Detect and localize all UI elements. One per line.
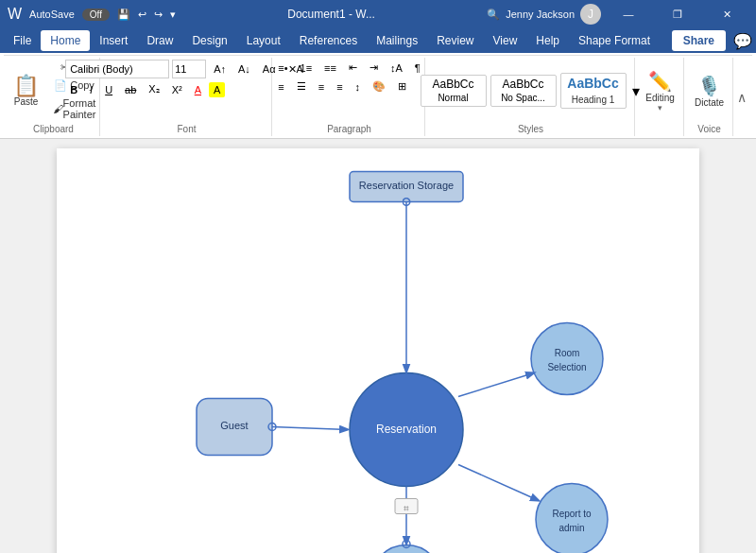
styles-content: AaBbCcNormal AaBbCcNo Spac... AaBbCcHead… [421,60,642,122]
save-icon[interactable]: 💾 [117,9,130,21]
minimize-button[interactable]: — [607,0,650,28]
menu-insert[interactable]: Insert [90,30,137,51]
numbering-button[interactable]: 1≡ [296,60,318,76]
guest-reservation-arrow [272,427,348,430]
room-selection-label2: Selection [547,362,586,372]
doc-title: Document1 - W... [287,8,375,21]
user-name: Jenny Jackson [506,9,575,20]
paste-button[interactable]: 📋 Paste [8,72,45,111]
diagram-svg: Reservation Storage Guest Reservation Ro… [57,148,699,553]
align-left-button[interactable]: ≡ [273,79,288,95]
autosave-toggle[interactable]: Off [82,9,110,21]
font-content: A↑ A↓ Aα ✕A B I U ab X₂ X² A A [65,60,308,122]
styles-group: AaBbCcNormal AaBbCcNo Spac... AaBbCcHead… [427,58,635,136]
share-button[interactable]: Share [672,30,726,51]
room-selection-shape[interactable] [531,323,603,395]
paste-icon: 📋 [13,76,39,96]
inquiry-shape[interactable] [370,545,442,554]
style-normal[interactable]: AaBbCcNormal [421,75,487,107]
menu-home[interactable]: Home [41,30,90,51]
menu-design[interactable]: Design [182,30,236,51]
font-label: Font [177,122,196,134]
reservation-storage-label: Reservation Storage [359,180,454,191]
comments-icon[interactable]: 💬 [733,32,752,50]
font-family-row: A↑ A↓ Aα ✕A [65,60,308,78]
menu-view[interactable]: View [484,30,527,51]
search-icon[interactable]: 🔍 [487,9,500,21]
underline-button[interactable]: U [100,82,117,97]
paragraph-content: ≡• 1≡ ≡≡ ⇤ ⇥ ↕A ¶ ≡ ☰ ≡ ≡ ↕ 🎨 ⊞ [273,60,424,122]
menu-file[interactable]: File [4,30,41,51]
report-admin-label2: admin [558,523,584,533]
customize-icon[interactable]: ▾ [170,9,176,21]
font-family-select[interactable] [65,60,169,78]
paragraph-group: ≡• 1≡ ≡≡ ⇤ ⇥ ↕A ¶ ≡ ☰ ≡ ≡ ↕ 🎨 ⊞ [274,58,425,136]
borders-button[interactable]: ⊞ [393,78,411,95]
menu-review[interactable]: Review [427,30,483,51]
undo-icon[interactable]: ↩ [138,9,146,21]
collapse-ribbon-button[interactable]: ∧ [735,58,748,136]
style-no-spacing[interactable]: AaBbCcNo Spac... [490,75,557,107]
restore-button[interactable]: ❐ [656,0,699,28]
menu-draw[interactable]: Draw [137,30,182,51]
menu-layout[interactable]: Layout [237,30,290,51]
font-grow-button[interactable]: A↑ [209,61,231,77]
paragraph-label: Paragraph [327,122,371,134]
subscript-button[interactable]: X₂ [144,81,163,97]
styles-row: AaBbCcNormal AaBbCcNo Spac... AaBbCcHead… [421,73,642,109]
paragraph-row2: ≡ ☰ ≡ ≡ ↕ 🎨 ⊞ [273,78,411,95]
increase-indent-button[interactable]: ⇥ [365,60,383,76]
document-area: Reservation Storage Guest Reservation Ro… [0,139,756,553]
editing-group: ✏️ Editing ▾ - [637,58,684,136]
dictate-button[interactable]: 🎙️ Dictate [687,71,731,112]
document-page: Reservation Storage Guest Reservation Ro… [57,148,699,553]
bold-button[interactable]: B [65,82,82,97]
multilevel-button[interactable]: ≡≡ [319,60,341,76]
paragraph-row1: ≡• 1≡ ≡≡ ⇤ ⇥ ↕A ¶ [273,60,424,76]
paste-label: Paste [14,96,39,107]
ribbon-content: 📋 Paste ✂ Cut 📄 Copy 🖌 Format Painter Cl… [4,55,752,138]
menu-bar: File Home Insert Draw Design Layout Refe… [0,28,756,53]
line-spacing-button[interactable]: ↕ [351,79,366,95]
user-avatar[interactable]: J [580,4,601,25]
font-shrink-button[interactable]: A↓ [233,61,255,77]
editing-label: Editing [645,93,675,103]
voice-group: 🎙️ Dictate Voice [686,58,733,136]
menu-shape-format[interactable]: Shape Format [569,30,660,51]
superscript-button[interactable]: X² [167,82,187,97]
font-format-row: B I U ab X₂ X² A A [65,81,225,97]
sort-button[interactable]: ↕A [386,60,407,76]
guest-label: Guest [220,420,248,431]
bullets-button[interactable]: ≡• [273,60,292,76]
italic-button[interactable]: I [85,82,97,97]
editing-dropdown-arrow: ▾ [658,103,662,112]
voice-label: Voice [697,122,720,134]
editing-button[interactable]: ✏️ Editing ▾ [638,66,682,116]
reservation-room-arrow [458,373,534,397]
menu-references[interactable]: References [290,30,367,51]
word-icon: W [8,6,22,23]
font-color-button[interactable]: A [190,82,206,97]
menu-mailings[interactable]: Mailings [367,30,427,51]
shading-button[interactable]: 🎨 [368,78,390,95]
font-group: A↑ A↓ Aα ✕A B I U ab X₂ X² A A Font [102,58,272,136]
align-center-button[interactable]: ☰ [292,78,311,95]
room-selection-label1: Room [555,348,580,358]
editing-icon: ✏️ [648,70,672,93]
font-size-select[interactable] [172,60,206,78]
dictate-icon: 🎙️ [697,75,721,97]
align-right-button[interactable]: ≡ [314,79,329,95]
title-right: 🔍 Jenny Jackson J — ❐ ✕ [487,0,748,28]
resize-handle-icon: ⌗ [404,503,409,513]
dictate-label: Dictate [695,97,724,108]
autosave-label: AutoSave [29,9,75,20]
strikethrough-button[interactable]: ab [120,82,141,97]
decrease-indent-button[interactable]: ⇤ [344,60,362,76]
close-button[interactable]: ✕ [705,0,748,28]
redo-icon[interactable]: ↪ [154,9,163,21]
justify-button[interactable]: ≡ [332,79,347,95]
highlight-button[interactable]: A [209,82,225,97]
editing-content: ✏️ Editing ▾ [638,60,682,122]
style-heading1[interactable]: AaBbCcHeading 1 [560,73,627,109]
menu-help[interactable]: Help [526,30,569,51]
